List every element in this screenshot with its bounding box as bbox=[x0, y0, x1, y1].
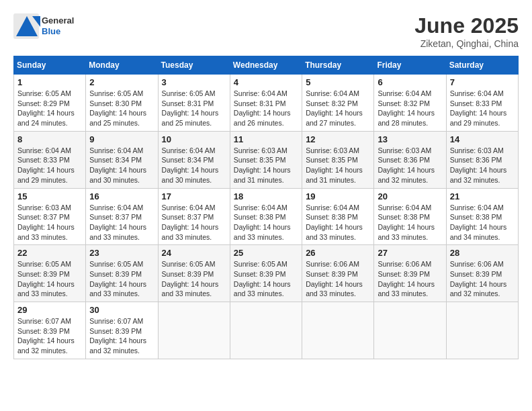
day-info: Sunrise: 6:04 AM Sunset: 8:38 PM Dayligh… bbox=[450, 203, 515, 242]
col-monday: Monday bbox=[86, 56, 158, 75]
location: Ziketan, Qinghai, China bbox=[414, 38, 519, 49]
day-info: Sunrise: 6:05 AM Sunset: 8:29 PM Dayligh… bbox=[17, 89, 82, 128]
table-row: 16 Sunrise: 6:04 AM Sunset: 8:37 PM Dayl… bbox=[86, 188, 158, 245]
day-number: 6 bbox=[378, 77, 442, 87]
day-number: 7 bbox=[450, 77, 515, 87]
day-info: Sunrise: 6:06 AM Sunset: 8:39 PM Dayligh… bbox=[450, 259, 515, 299]
table-row: 14 Sunrise: 6:03 AM Sunset: 8:36 PM Dayl… bbox=[446, 131, 518, 188]
day-info: Sunrise: 6:04 AM Sunset: 8:34 PM Dayligh… bbox=[89, 146, 154, 185]
day-info: Sunrise: 6:03 AM Sunset: 8:35 PM Dayligh… bbox=[306, 146, 370, 185]
table-row bbox=[230, 302, 302, 359]
title-section: June 2025 Ziketan, Qinghai, China bbox=[414, 13, 519, 49]
day-info: Sunrise: 6:04 AM Sunset: 8:33 PM Dayligh… bbox=[450, 89, 515, 128]
col-sunday: Sunday bbox=[14, 56, 86, 75]
table-row: 27 Sunrise: 6:06 AM Sunset: 8:39 PM Dayl… bbox=[374, 245, 446, 302]
header-row: Sunday Monday Tuesday Wednesday Thursday… bbox=[14, 56, 519, 75]
col-saturday: Saturday bbox=[446, 56, 518, 75]
day-number: 4 bbox=[234, 77, 298, 87]
table-row: 13 Sunrise: 6:03 AM Sunset: 8:36 PM Dayl… bbox=[374, 131, 446, 188]
day-number: 19 bbox=[306, 191, 370, 201]
day-info: Sunrise: 6:05 AM Sunset: 8:39 PM Dayligh… bbox=[17, 259, 82, 299]
day-info: Sunrise: 6:04 AM Sunset: 8:37 PM Dayligh… bbox=[89, 203, 154, 242]
day-info: Sunrise: 6:04 AM Sunset: 8:32 PM Dayligh… bbox=[306, 89, 370, 128]
month-title: June 2025 bbox=[414, 13, 519, 38]
table-row: 17 Sunrise: 6:04 AM Sunset: 8:37 PM Dayl… bbox=[158, 188, 230, 245]
day-info: Sunrise: 6:07 AM Sunset: 8:39 PM Dayligh… bbox=[89, 316, 154, 356]
calendar-week-2: 8 Sunrise: 6:04 AM Sunset: 8:33 PM Dayli… bbox=[14, 131, 519, 188]
day-number: 17 bbox=[162, 191, 226, 201]
day-info: Sunrise: 6:04 AM Sunset: 8:34 PM Dayligh… bbox=[162, 146, 226, 185]
table-row: 26 Sunrise: 6:06 AM Sunset: 8:39 PM Dayl… bbox=[302, 245, 374, 302]
day-info: Sunrise: 6:04 AM Sunset: 8:31 PM Dayligh… bbox=[234, 89, 298, 128]
table-row: 8 Sunrise: 6:04 AM Sunset: 8:33 PM Dayli… bbox=[14, 131, 86, 188]
table-row: 23 Sunrise: 6:05 AM Sunset: 8:39 PM Dayl… bbox=[86, 245, 158, 302]
table-row: 28 Sunrise: 6:06 AM Sunset: 8:39 PM Dayl… bbox=[446, 245, 518, 302]
table-row: 15 Sunrise: 6:03 AM Sunset: 8:37 PM Dayl… bbox=[14, 188, 86, 245]
table-row: 2 Sunrise: 6:05 AM Sunset: 8:30 PM Dayli… bbox=[86, 75, 158, 132]
day-info: Sunrise: 6:04 AM Sunset: 8:32 PM Dayligh… bbox=[378, 89, 442, 128]
table-row: 24 Sunrise: 6:05 AM Sunset: 8:39 PM Dayl… bbox=[158, 245, 230, 302]
calendar-week-3: 15 Sunrise: 6:03 AM Sunset: 8:37 PM Dayl… bbox=[14, 188, 519, 245]
calendar-week-5: 29 Sunrise: 6:07 AM Sunset: 8:39 PM Dayl… bbox=[14, 302, 519, 359]
table-row bbox=[446, 302, 518, 359]
table-row: 20 Sunrise: 6:04 AM Sunset: 8:38 PM Dayl… bbox=[374, 188, 446, 245]
col-wednesday: Wednesday bbox=[230, 56, 302, 75]
col-thursday: Thursday bbox=[302, 56, 374, 75]
day-number: 30 bbox=[89, 305, 154, 315]
table-row: 5 Sunrise: 6:04 AM Sunset: 8:32 PM Dayli… bbox=[302, 75, 374, 132]
day-number: 1 bbox=[17, 77, 82, 87]
table-row bbox=[302, 302, 374, 359]
col-friday: Friday bbox=[374, 56, 446, 75]
day-number: 21 bbox=[450, 191, 515, 201]
day-info: Sunrise: 6:04 AM Sunset: 8:33 PM Dayligh… bbox=[17, 146, 82, 185]
calendar-table: Sunday Monday Tuesday Wednesday Thursday… bbox=[13, 56, 519, 359]
day-number: 24 bbox=[162, 248, 226, 258]
day-number: 11 bbox=[234, 134, 298, 144]
day-info: Sunrise: 6:05 AM Sunset: 8:39 PM Dayligh… bbox=[89, 259, 154, 299]
day-info: Sunrise: 6:06 AM Sunset: 8:39 PM Dayligh… bbox=[306, 259, 370, 299]
day-info: Sunrise: 6:04 AM Sunset: 8:38 PM Dayligh… bbox=[306, 203, 370, 242]
day-number: 23 bbox=[89, 248, 154, 258]
table-row: 29 Sunrise: 6:07 AM Sunset: 8:39 PM Dayl… bbox=[14, 302, 86, 359]
day-number: 27 bbox=[378, 248, 442, 258]
table-row: 1 Sunrise: 6:05 AM Sunset: 8:29 PM Dayli… bbox=[14, 75, 86, 132]
logo: General Blue bbox=[13, 13, 74, 39]
page-header: General Blue June 2025 Ziketan, Qinghai,… bbox=[13, 13, 519, 49]
day-number: 3 bbox=[162, 77, 226, 87]
table-row bbox=[158, 302, 230, 359]
day-number: 5 bbox=[306, 77, 370, 87]
table-row: 21 Sunrise: 6:04 AM Sunset: 8:38 PM Dayl… bbox=[446, 188, 518, 245]
day-info: Sunrise: 6:03 AM Sunset: 8:36 PM Dayligh… bbox=[450, 146, 515, 185]
day-number: 13 bbox=[378, 134, 442, 144]
day-info: Sunrise: 6:05 AM Sunset: 8:39 PM Dayligh… bbox=[234, 259, 298, 299]
table-row: 11 Sunrise: 6:03 AM Sunset: 8:35 PM Dayl… bbox=[230, 131, 302, 188]
day-number: 28 bbox=[450, 248, 515, 258]
day-info: Sunrise: 6:07 AM Sunset: 8:39 PM Dayligh… bbox=[17, 316, 82, 356]
day-number: 10 bbox=[162, 134, 226, 144]
table-row: 4 Sunrise: 6:04 AM Sunset: 8:31 PM Dayli… bbox=[230, 75, 302, 132]
table-row: 22 Sunrise: 6:05 AM Sunset: 8:39 PM Dayl… bbox=[14, 245, 86, 302]
table-row: 19 Sunrise: 6:04 AM Sunset: 8:38 PM Dayl… bbox=[302, 188, 374, 245]
day-number: 9 bbox=[89, 134, 154, 144]
day-info: Sunrise: 6:05 AM Sunset: 8:31 PM Dayligh… bbox=[162, 89, 226, 128]
day-number: 25 bbox=[234, 248, 298, 258]
day-number: 26 bbox=[306, 248, 370, 258]
day-number: 16 bbox=[89, 191, 154, 201]
day-info: Sunrise: 6:03 AM Sunset: 8:35 PM Dayligh… bbox=[234, 146, 298, 185]
table-row: 3 Sunrise: 6:05 AM Sunset: 8:31 PM Dayli… bbox=[158, 75, 230, 132]
table-row bbox=[374, 302, 446, 359]
calendar-week-4: 22 Sunrise: 6:05 AM Sunset: 8:39 PM Dayl… bbox=[14, 245, 519, 302]
day-info: Sunrise: 6:03 AM Sunset: 8:37 PM Dayligh… bbox=[17, 203, 82, 242]
day-number: 18 bbox=[234, 191, 298, 201]
day-info: Sunrise: 6:04 AM Sunset: 8:38 PM Dayligh… bbox=[378, 203, 442, 242]
day-info: Sunrise: 6:05 AM Sunset: 8:39 PM Dayligh… bbox=[162, 259, 226, 299]
day-info: Sunrise: 6:03 AM Sunset: 8:36 PM Dayligh… bbox=[378, 146, 442, 185]
day-number: 8 bbox=[17, 134, 82, 144]
day-info: Sunrise: 6:04 AM Sunset: 8:38 PM Dayligh… bbox=[234, 203, 298, 242]
col-tuesday: Tuesday bbox=[158, 56, 230, 75]
table-row: 25 Sunrise: 6:05 AM Sunset: 8:39 PM Dayl… bbox=[230, 245, 302, 302]
day-number: 2 bbox=[89, 77, 154, 87]
day-number: 22 bbox=[17, 248, 82, 258]
logo-text: General Blue bbox=[42, 15, 74, 36]
table-row: 10 Sunrise: 6:04 AM Sunset: 8:34 PM Dayl… bbox=[158, 131, 230, 188]
